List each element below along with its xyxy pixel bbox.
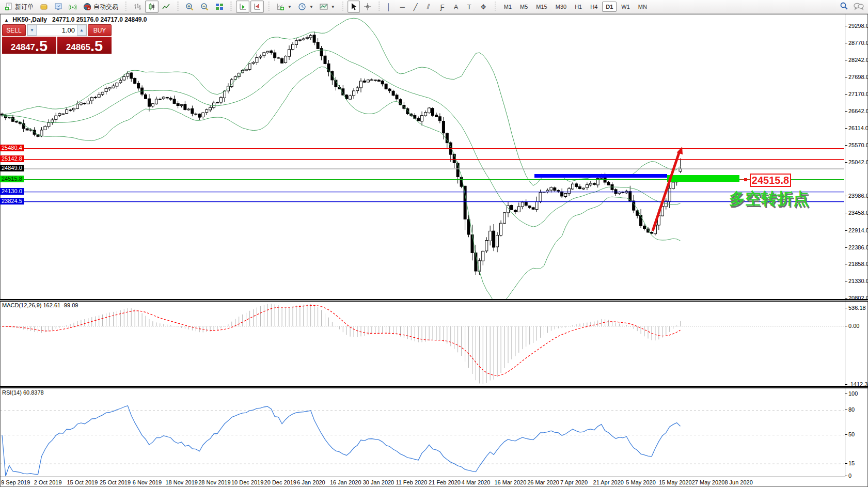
rsi-axis-tick: 80 [848, 406, 855, 413]
rsi-axis-tick: 100 [848, 390, 858, 397]
chart-canvas[interactable] [0, 0, 868, 487]
pane-divider[interactable] [0, 299, 868, 302]
date-tick: 4 Mar 2020 [462, 479, 491, 485]
date-tick: 8 Jun 2020 [724, 479, 752, 485]
price-level-badge: 24849.0 [0, 165, 24, 171]
date-tick: 15 Oct 2019 [67, 479, 98, 485]
buy-price[interactable]: 24865 .5 [57, 37, 112, 54]
date-tick: 20 Dec 2019 [264, 479, 296, 485]
chart-title-symbol: HK50-,Daily [12, 16, 47, 23]
buy-price-frac: .5 [90, 39, 103, 53]
price-tick: 25042.0 [848, 159, 868, 165]
price-tick: 21858.0 [848, 261, 868, 267]
price-tick: 23986.0 [848, 193, 868, 199]
date-tick: 2 Oct 2019 [34, 479, 62, 485]
price-level-badge: 24130.0 [0, 188, 24, 195]
date-tick: 10 Dec 2019 [231, 479, 263, 485]
date-tick: 18 Nov 2019 [166, 479, 198, 485]
price-level-badge: 23824.5 [0, 198, 24, 205]
one-click-trade-panel: SELL ▼ ▲ BUY 24847 .5 24865 .5 [2, 24, 112, 54]
date-tick: 16 Jan 2020 [330, 479, 361, 485]
date-tick: 30 Jan 2020 [363, 479, 394, 485]
date-tick: 25 Oct 2019 [100, 479, 131, 485]
date-tick: 7 Apr 2020 [560, 479, 588, 485]
price-tick: 23458.0 [848, 210, 868, 216]
price-tick: 22914.0 [848, 227, 868, 233]
rsi-axis-tick: 50 [848, 431, 855, 437]
price-tick: 22386.0 [848, 244, 868, 250]
rsi-axis-tick: 15 [848, 460, 855, 466]
date-tick: 9 Sep 2019 [1, 479, 30, 485]
date-tick: 6 Nov 2019 [133, 479, 162, 485]
price-tick: 25570.0 [848, 142, 868, 148]
rsi-label: RSI(14) 60.8378 [2, 389, 44, 396]
date-tick: 11 Feb 2020 [396, 479, 427, 485]
turning-point-annotation[interactable]: 多空转折点 [729, 188, 809, 210]
chart-title-ohlc: 24771.0 25176.0 24717.0 24849.0 [52, 16, 147, 23]
sell-button[interactable]: SELL [2, 24, 26, 36]
date-tick: 27 May 2020 [692, 479, 725, 485]
volume-increase-button[interactable]: ▲ [77, 25, 86, 36]
buy-price-main: 24865 [66, 42, 90, 53]
price-tick: 29298.0 [848, 23, 868, 29]
volume-input[interactable] [37, 25, 77, 36]
price-tick: 28770.0 [848, 40, 868, 46]
sell-price-frac: .5 [35, 39, 48, 53]
macd-label: MACD(12,26,9) 162.61 -99.09 [2, 302, 78, 308]
date-tick: 15 May 2020 [659, 479, 692, 485]
price-level-badge: 24515.8 [0, 176, 24, 182]
price-tick: 26642.0 [848, 108, 868, 114]
pane-divider[interactable] [0, 386, 868, 388]
sell-price[interactable]: 24847 .5 [2, 37, 56, 54]
volume-decrease-button[interactable]: ▼ [27, 25, 37, 36]
date-tick: 21 Apr 2020 [593, 479, 624, 485]
macd-axis-tick: 536.18 [848, 305, 866, 311]
rsi-axis-tick: 0 [848, 473, 851, 479]
window-collapse-icon[interactable]: ▲ [4, 18, 9, 23]
macd-axis-tick: 0.00 [848, 323, 859, 329]
date-tick: 16 Mar 2020 [495, 479, 527, 485]
price-tick: 21330.0 [848, 278, 868, 284]
price-axis-line [845, 14, 845, 477]
sell-price-main: 24847 [11, 42, 35, 53]
date-tick: 28 Nov 2019 [198, 479, 230, 485]
price-tick: 27698.0 [848, 74, 868, 80]
price-level-badge: 25480.4 [0, 145, 24, 151]
price-level-badge: 25142.8 [0, 155, 24, 162]
price-callout[interactable]: 24515.8 [750, 174, 791, 187]
price-tick: 26114.0 [848, 125, 868, 131]
price-tick: 28242.0 [848, 57, 868, 63]
chart-title: ▲ HK50-,Daily 24771.0 25176.0 24717.0 24… [4, 16, 147, 23]
date-tick: 6 Jan 2020 [297, 479, 325, 485]
time-axis-line [0, 477, 845, 477]
date-tick: 26 Mar 2020 [527, 479, 559, 485]
date-tick: 5 May 2020 [626, 479, 655, 485]
date-tick: 21 Feb 2020 [429, 479, 461, 485]
buy-button[interactable]: BUY [88, 24, 112, 36]
price-tick: 27170.0 [848, 91, 868, 97]
